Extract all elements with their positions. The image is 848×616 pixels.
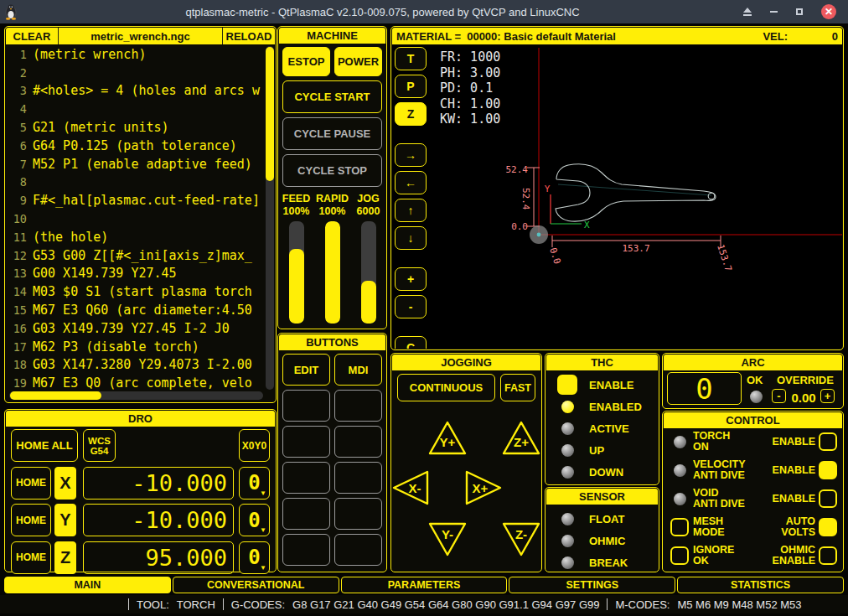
gcode-line: 6G64 P0.125 (path tolerance) — [8, 137, 264, 155]
pan-down-button[interactable]: ↓ — [395, 226, 427, 250]
gcode-line: 10 — [8, 210, 264, 228]
mesh-mode-enable-checkbox[interactable] — [819, 518, 837, 536]
home-y-button[interactable]: HOME — [11, 504, 51, 536]
pan-up-button[interactable]: ↑ — [395, 199, 427, 222]
svg-text:Z-: Z- — [515, 527, 527, 541]
velocity-anti-dive-enable-checkbox[interactable] — [819, 461, 837, 479]
svg-text:Y+: Y+ — [440, 435, 456, 449]
minimize-icon[interactable] — [770, 11, 778, 13]
view-p-button[interactable]: P — [395, 75, 427, 98]
gcode-vertical-scrollbar[interactable] — [266, 46, 274, 390]
tool-value: TORCH — [177, 598, 215, 611]
gcode-text: G03 X147.3280 Y29.4073 I-2.00 — [33, 357, 252, 372]
maximize-icon[interactable] — [796, 8, 803, 15]
ignore-ok-right-label: OHMICENABLE — [773, 545, 815, 567]
svg-text:X+: X+ — [473, 481, 489, 495]
tab-conversational[interactable]: CONVERSATIONAL — [173, 577, 339, 593]
dro-panel-title: DRO — [6, 411, 275, 427]
user-button-empty — [334, 426, 382, 458]
ignore-ok-checkbox[interactable] — [669, 546, 690, 565]
void-anti-dive-enable-checkbox[interactable] — [819, 489, 837, 508]
jog-x-plus-button[interactable]: X+ — [464, 470, 503, 505]
zero-z-button[interactable]: 0▼ — [239, 541, 270, 574]
pan-left-button[interactable]: ← — [395, 171, 427, 194]
zero-y-button[interactable]: 0▼ — [239, 504, 270, 536]
shade-icon[interactable] — [743, 8, 752, 16]
view-z-button[interactable]: Z — [395, 102, 427, 126]
home-all-button[interactable]: HOME ALL — [11, 429, 78, 462]
close-icon[interactable]: ✕ — [821, 4, 836, 19]
horizontal-scroll-thumb[interactable] — [10, 391, 101, 400]
user-button-mdi[interactable]: MDI — [334, 354, 382, 386]
gcode-line: 1(metric wrench) — [8, 45, 264, 64]
mcodes-label: M-CODES: — [615, 598, 670, 611]
home-z-button[interactable]: HOME — [11, 541, 51, 574]
jog-y-plus-button[interactable]: Y+ — [428, 420, 467, 455]
mesh-mode-checkbox[interactable] — [669, 518, 690, 536]
vertical-scroll-thumb[interactable] — [266, 47, 274, 181]
tab-parameters[interactable]: PARAMETERS — [341, 577, 508, 593]
axis-z-button[interactable]: Z — [54, 541, 76, 574]
dro-row-z: HOMEZ95.0000▼ — [11, 541, 270, 574]
override-minus-button[interactable]: - — [772, 389, 786, 403]
thc-enable-checkbox[interactable] — [556, 375, 578, 395]
rapid-slider[interactable] — [325, 221, 340, 324]
power-button[interactable]: POWER — [334, 47, 382, 76]
gcode-horizontal-scrollbar[interactable] — [9, 391, 263, 400]
dim-width-side-label: 153.7 — [715, 243, 734, 273]
jog-x-minus-button[interactable]: X- — [391, 470, 430, 505]
gcode-text: (the hole) — [33, 230, 108, 245]
tab-settings[interactable]: SETTINGS — [509, 577, 675, 593]
clear-plot-button[interactable]: C — [395, 336, 427, 349]
zero-x-button[interactable]: 0▼ — [239, 467, 270, 500]
material-value[interactable]: 00000: Basic default Material — [467, 30, 616, 43]
jog-fast-button[interactable]: FAST — [500, 374, 535, 401]
control-row-torch-on: TORCHONENABLE — [669, 431, 837, 453]
tab-statistics[interactable]: STATISTICS — [677, 577, 844, 593]
zoom-out-button[interactable]: - — [395, 295, 427, 318]
zoom-in-button[interactable]: + — [395, 267, 427, 291]
pan-right-button[interactable]: → — [395, 143, 427, 167]
dro-row-x: HOMEX-10.0000▼ — [11, 467, 270, 500]
axis-y-button[interactable]: Y — [54, 504, 76, 536]
cycle-start-button[interactable]: CYCLE START — [282, 80, 382, 113]
jog-y-minus-button[interactable]: Y- — [428, 522, 467, 557]
gcode-line: 7M52 P1 (enable adaptive feed) — [8, 155, 264, 173]
reload-button[interactable]: RELOAD — [223, 28, 275, 44]
arc-panel-title: ARC — [664, 355, 842, 370]
checkbox-indicator[interactable] — [670, 546, 689, 565]
user-button-empty — [282, 462, 330, 494]
user-button-edit[interactable]: EDIT — [282, 354, 330, 386]
jog-slider[interactable] — [361, 221, 376, 324]
gcode-line-number: 4 — [8, 102, 27, 116]
thc-up-row: UP — [546, 439, 659, 461]
axis-x-button[interactable]: X — [54, 467, 76, 500]
view-t-button[interactable]: T — [395, 47, 427, 70]
x0y0-button[interactable]: X0Y0 — [239, 429, 270, 462]
cycle-pause-button[interactable]: CYCLE PAUSE — [282, 117, 382, 150]
override-plus-button[interactable]: + — [820, 389, 835, 403]
gcode-listing[interactable]: 1(metric wrench)23#<holes> = 4 (holes an… — [8, 45, 264, 391]
control-row-void-anti-dive: VOIDANTI DIVEENABLE — [669, 488, 837, 510]
mesh-mode-label: MESHMODE — [693, 516, 725, 538]
ignore-ok-enable-checkbox[interactable] — [819, 546, 837, 565]
override-jog: JOG6000 — [350, 193, 386, 324]
jog-z-plus-button[interactable]: Z+ — [502, 420, 540, 455]
torch-on-enable-checkbox[interactable] — [819, 432, 837, 451]
cycle-stop-button[interactable]: CYCLE STOP — [282, 154, 382, 187]
jog-z-minus-button[interactable]: Z- — [502, 522, 540, 557]
checkbox-indicator[interactable] — [670, 518, 689, 536]
wcs-button[interactable]: WCSG54 — [83, 429, 116, 462]
gcode-text: M67 E3 Q60 (arc diameter:4.50 — [33, 303, 252, 318]
clear-button[interactable]: CLEAR — [6, 28, 58, 44]
gcode-line-number: 6 — [8, 139, 27, 153]
preview-plot[interactable]: TPZ→←↑↓+-C FR: 1000PH: 3.00PD: 0.1CH: 1.… — [392, 45, 842, 349]
jog-continuous-button[interactable]: CONTINUOUS — [397, 374, 495, 401]
estop-button[interactable]: ESTOP — [282, 47, 330, 76]
home-x-button[interactable]: HOME — [11, 467, 51, 500]
feed-slider[interactable] — [289, 221, 304, 324]
ignore-ok-label: IGNOREOK — [693, 545, 734, 567]
checkbox-indicator — [557, 375, 577, 395]
sensor-float-led — [556, 513, 578, 525]
tab-main[interactable]: MAIN — [4, 577, 171, 593]
